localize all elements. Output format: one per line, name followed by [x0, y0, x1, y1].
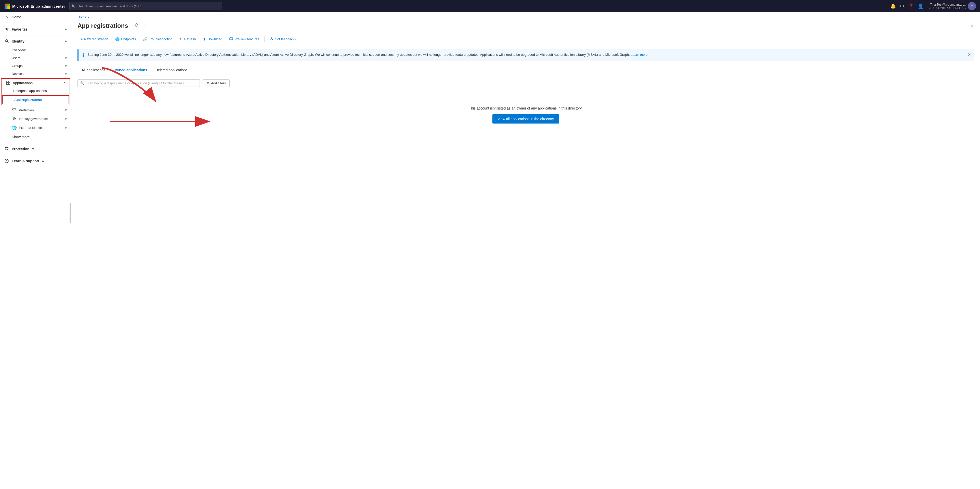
active-indicator: [3, 96, 3, 104]
user-menu[interactable]: Tina.Test@x-company.cl... G DATA CYBERDE…: [928, 2, 976, 10]
sidebar-item-external-identities[interactable]: 🌐 External Identities ∨: [0, 123, 71, 132]
applications-icon: [6, 81, 11, 85]
sidebar-divider-4: [0, 155, 71, 155]
user-name: Tina.Test@x-company.cl...: [930, 3, 966, 6]
alert-text: Starting June 30th, 2020 we will no long…: [88, 52, 648, 57]
svg-rect-0: [5, 3, 7, 6]
svg-point-12: [270, 37, 272, 39]
filter-search-input[interactable]: [86, 81, 197, 85]
sidebar-item-protection[interactable]: 🛡 Protection ∨: [0, 106, 71, 114]
avatar: T: [968, 2, 976, 10]
page-title: App registrations: [78, 22, 128, 29]
got-feedback-button[interactable]: Got feedback?: [267, 35, 299, 43]
endpoints-button[interactable]: 🌐 Endpoints: [112, 36, 139, 43]
page-header: App registrations ··· ✕: [72, 20, 980, 33]
view-all-applications-button[interactable]: View all applications in the directory: [492, 114, 559, 124]
settings-button[interactable]: ⚙: [900, 3, 904, 9]
sidebar-item-app-registrations[interactable]: App registrations: [2, 95, 69, 104]
sidebar-item-devices[interactable]: Devices ∨: [0, 70, 71, 78]
sidebar-item-identity-governance[interactable]: ⚙ Identity governance ∨: [0, 114, 71, 123]
sidebar-item-applications[interactable]: Applications ∧: [2, 79, 70, 87]
troubleshooting-button[interactable]: 🔗 Troubleshooting: [140, 36, 176, 43]
learn-support-label: Learn & support: [12, 159, 39, 163]
empty-state-message: This account isn't listed as an owner of…: [469, 106, 582, 110]
identity-governance-icon: ⚙: [12, 116, 17, 121]
brand-icon: [4, 3, 10, 9]
learn-support-icon: [4, 159, 9, 163]
svg-rect-7: [6, 83, 8, 84]
sidebar-scrollbar-thumb: [70, 203, 71, 223]
alert-close-button[interactable]: ✕: [967, 52, 971, 57]
alert-icon: ℹ: [83, 52, 84, 58]
tabs: All applications Owned applications Dele…: [72, 65, 980, 75]
protection-chevron: ∨: [65, 108, 67, 112]
refresh-button[interactable]: ↻ Refresh: [177, 36, 199, 43]
sidebar-item-identity[interactable]: Identity ∧: [0, 37, 71, 46]
svg-rect-11: [230, 38, 233, 40]
preview-features-icon: [229, 37, 233, 41]
svg-rect-5: [6, 81, 8, 83]
breadcrumb: Home ›: [72, 12, 980, 20]
user-info: Tina.Test@x-company.cl... G DATA CYBERDE…: [928, 3, 966, 10]
favorites-icon: ★: [4, 27, 9, 32]
identity-governance-chevron: ∨: [65, 117, 67, 121]
notifications-button[interactable]: 🔔: [890, 3, 896, 9]
sidebar-item-learn-support[interactable]: Learn & support ∧: [0, 156, 71, 166]
sidebar-item-show-more[interactable]: ··· Show more: [0, 132, 71, 142]
search-container: 🔍: [69, 2, 222, 10]
filter-bar: 🔍 ⊕ Add filters: [72, 75, 980, 91]
identity-label: Identity: [12, 39, 62, 43]
main-content: Home › App registrations ··· ✕ + New reg…: [72, 12, 980, 489]
sidebar-item-protection-bottom[interactable]: 🛡 Protection ∨: [0, 144, 71, 154]
groups-label: Groups: [12, 64, 23, 68]
help-button[interactable]: ❓: [908, 3, 914, 9]
download-button[interactable]: ⬇ Download: [200, 36, 225, 43]
add-filters-icon: ⊕: [207, 81, 210, 85]
close-button[interactable]: ✕: [970, 23, 974, 29]
layout: ⌂ Home ★ Favorites ∧ Identity: [0, 12, 980, 489]
svg-point-10: [6, 162, 7, 162]
sidebar-item-overview[interactable]: Overview: [0, 46, 71, 54]
svg-rect-2: [5, 6, 7, 9]
app-registrations-label: App registrations: [14, 98, 42, 102]
svg-rect-8: [8, 83, 10, 84]
favorites-chevron: ∧: [65, 27, 67, 31]
tab-all-applications[interactable]: All applications: [78, 65, 109, 75]
search-input[interactable]: [69, 2, 222, 10]
add-filters-label: Add filters: [211, 81, 226, 85]
tab-deleted-applications[interactable]: Deleted applications: [151, 65, 192, 75]
sidebar: ⌂ Home ★ Favorites ∧ Identity: [0, 12, 72, 489]
identity-chevron: ∧: [65, 40, 67, 43]
new-registration-button[interactable]: + New registration: [78, 36, 111, 43]
more-options-button[interactable]: ···: [142, 22, 147, 29]
svg-rect-3: [7, 6, 10, 9]
refresh-icon: ↻: [180, 37, 183, 41]
sidebar-item-favorites[interactable]: ★ Favorites ∧: [0, 24, 71, 34]
protection-icon: 🛡: [12, 108, 17, 112]
pin-button[interactable]: [133, 22, 139, 29]
breadcrumb-separator: ›: [88, 16, 89, 19]
sidebar-item-home[interactable]: ⌂ Home: [0, 12, 71, 22]
external-identities-icon: 🌐: [12, 125, 17, 130]
sidebar-home-label: Home: [12, 15, 67, 19]
overview-label: Overview: [12, 48, 25, 52]
sidebar-item-users[interactable]: Users ∨: [0, 54, 71, 62]
alert-learn-more-link[interactable]: Learn more: [631, 53, 648, 57]
add-filters-button[interactable]: ⊕ Add filters: [203, 79, 230, 87]
download-icon: ⬇: [203, 37, 206, 41]
preview-features-button[interactable]: Preview features: [226, 35, 262, 43]
external-identities-label: External Identities: [19, 126, 45, 130]
show-more-label: Show more: [12, 135, 30, 139]
tab-owned-applications[interactable]: Owned applications: [109, 65, 151, 75]
feedback-button[interactable]: 👤: [918, 3, 923, 9]
devices-chevron: ∨: [65, 72, 67, 76]
breadcrumb-home[interactable]: Home: [78, 15, 86, 19]
sidebar-item-enterprise-applications[interactable]: Enterprise applications: [2, 87, 70, 95]
topbar-actions: 🔔 ⚙ ❓ 👤 Tina.Test@x-company.cl... G DATA…: [890, 2, 976, 10]
applications-label: Applications: [13, 81, 33, 85]
sidebar-divider-1: [0, 23, 71, 23]
groups-chevron: ∨: [65, 64, 67, 68]
external-identities-chevron: ∨: [65, 126, 67, 130]
sidebar-item-groups[interactable]: Groups ∨: [0, 62, 71, 70]
empty-state: This account isn't listed as an owner of…: [72, 91, 980, 139]
